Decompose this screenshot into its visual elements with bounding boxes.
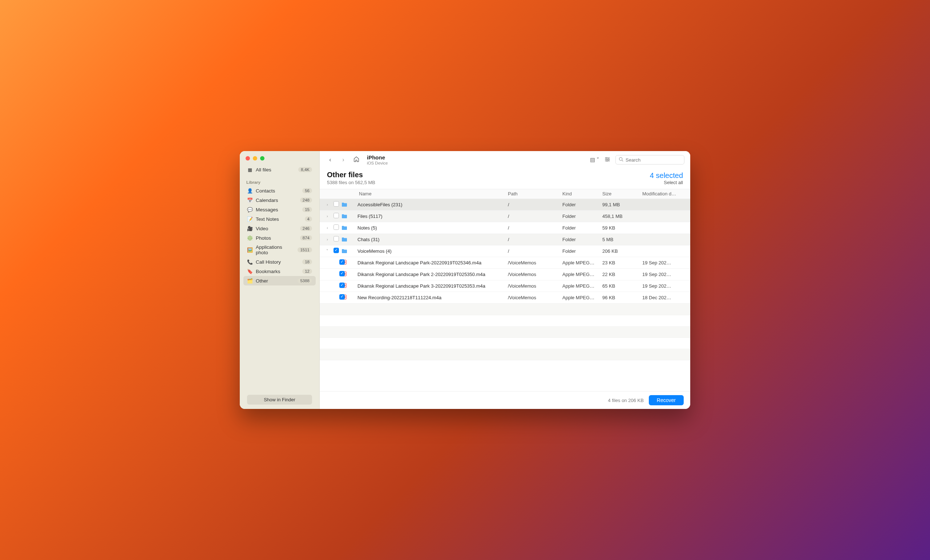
select-all-button[interactable]: Select all — [650, 180, 683, 185]
disclosure-toggle[interactable]: › — [321, 214, 334, 218]
sidebar-item-count: 5388 — [297, 278, 312, 283]
sidebar-item-calendars[interactable]: 📅Calendars248 — [243, 195, 316, 205]
sidebar-item-allfiles[interactable]: ▦ All files 8,4K — [243, 165, 316, 174]
zoom-icon[interactable] — [260, 156, 265, 160]
sidebar-item-count: 12 — [302, 269, 312, 274]
folder-row[interactable]: ›AccessibleFiles (231)/Folder99,1 MB — [320, 199, 690, 211]
row-kind: Folder — [562, 202, 602, 208]
folder-row[interactable]: ›Files (5117)/Folder458,1 MB — [320, 211, 690, 222]
category-icon: 💬 — [247, 207, 253, 212]
page-title: Other files — [327, 171, 375, 179]
selection-count: 4 selected — [650, 171, 683, 180]
show-in-finder-button[interactable]: Show in Finder — [247, 395, 312, 405]
sidebar-item-text-notes[interactable]: 📝Text Notes4 — [243, 214, 316, 224]
row-size: 99,1 MB — [602, 202, 642, 208]
svg-line-4 — [622, 160, 623, 161]
sidebar-item-contacts[interactable]: 👤Contacts56 — [243, 186, 316, 195]
row-name: Chats (31) — [357, 237, 508, 242]
sidebar-item-count: 56 — [302, 188, 312, 193]
sidebar-item-label: Contacts — [256, 188, 275, 194]
col-size[interactable]: Size — [602, 191, 642, 197]
disclosure-toggle[interactable]: › — [321, 202, 334, 207]
row-checkbox[interactable] — [334, 236, 342, 243]
forward-button[interactable]: › — [339, 155, 348, 165]
row-kind: Folder — [562, 225, 602, 231]
col-path[interactable]: Path — [508, 191, 562, 197]
home-icon — [353, 156, 360, 162]
sidebar-item-label: Text Notes — [256, 217, 279, 222]
row-size: 206 KB — [602, 248, 642, 254]
folder-icon — [342, 225, 347, 231]
row-checkbox[interactable] — [334, 201, 342, 208]
disclosure-toggle[interactable]: › — [321, 237, 334, 242]
file-row[interactable]: New Recording-20221218T111224.m4a/VoiceM… — [320, 292, 690, 304]
col-kind[interactable]: Kind — [562, 191, 602, 197]
row-checkbox[interactable] — [334, 213, 342, 219]
file-row[interactable]: Dikansk Regional Landscape Park 3-202209… — [320, 280, 690, 292]
file-row[interactable]: Dikansk Regional Landscape Park 2-202209… — [320, 269, 690, 280]
sidebar-item-bookmarks[interactable]: 🔖Bookmarks12 — [243, 266, 316, 276]
sidebar-item-label: Other — [256, 278, 268, 284]
row-name: Files (5117) — [357, 214, 508, 219]
row-kind: Apple MPEG… — [562, 283, 602, 289]
sidebar-item-applications-photo[interactable]: 🖼️Applications photo1511 — [243, 243, 316, 257]
row-kind: Folder — [562, 248, 602, 254]
home-button[interactable] — [352, 155, 361, 165]
folder-row[interactable]: ˅VoiceMemos (4)/Folder206 KB — [320, 246, 690, 257]
row-path: /VoiceMemos — [508, 295, 562, 300]
sidebar-item-call-history[interactable]: 📞Call History18 — [243, 257, 316, 266]
device-subtitle: iOS Device — [367, 161, 388, 165]
disclosure-toggle[interactable]: › — [321, 226, 334, 230]
category-icon: ❇️ — [247, 235, 253, 241]
sidebar-item-video[interactable]: 🎥Video246 — [243, 224, 316, 233]
filter-button[interactable] — [605, 157, 610, 163]
grid-icon: ▦ — [247, 167, 253, 172]
close-icon[interactable] — [246, 156, 250, 160]
sidebar-item-label: Video — [256, 226, 268, 231]
folder-icon — [342, 202, 347, 208]
row-size: 96 KB — [602, 295, 642, 300]
col-date[interactable]: Modification d… — [642, 191, 686, 197]
row-name: VoiceMemos (4) — [357, 248, 508, 254]
sidebar-item-messages[interactable]: 💬Messages15 — [243, 205, 316, 214]
category-icon: 🎥 — [247, 226, 253, 231]
recover-button[interactable]: Recover — [649, 395, 684, 405]
content-heading: Other files 5388 files on 562,5 MB 4 sel… — [320, 168, 690, 189]
sidebar-item-count: 4 — [305, 217, 312, 222]
col-name[interactable]: Name — [357, 191, 508, 197]
row-kind: Apple MPEG… — [562, 272, 602, 277]
row-size: 23 KB — [602, 260, 642, 266]
sidebar-item-other[interactable]: 🗂️Other5388 — [243, 276, 316, 285]
page-subtitle: 5388 files on 562,5 MB — [327, 180, 375, 185]
view-mode-button[interactable]: ▤ ˅ — [590, 157, 599, 163]
sidebar-item-photos[interactable]: ❇️Photos874 — [243, 233, 316, 243]
row-checkbox[interactable] — [334, 248, 342, 254]
svg-point-2 — [606, 160, 607, 161]
file-row[interactable]: Dikansk Regional Landscape Park-20220919… — [320, 257, 690, 269]
footer-status: 4 files on 206 KB — [608, 398, 644, 403]
back-button[interactable]: ‹ — [325, 155, 335, 165]
folder-row[interactable]: ›Chats (31)/Folder5 MB — [320, 234, 690, 246]
search-field[interactable] — [615, 155, 684, 165]
svg-point-0 — [605, 157, 607, 158]
row-path: / — [508, 248, 562, 254]
search-input[interactable] — [625, 157, 681, 163]
row-path: /VoiceMemos — [508, 272, 562, 277]
folder-icon — [342, 237, 347, 242]
main-panel: ‹ › iPhone iOS Device ▤ ˅ — [320, 151, 690, 409]
disclosure-toggle[interactable]: ˅ — [321, 249, 334, 254]
row-kind: Apple MPEG… — [562, 295, 602, 300]
row-path: /VoiceMemos — [508, 283, 562, 289]
file-table: Name Path Kind Size Modification d… ›Acc… — [320, 189, 690, 391]
folder-row[interactable]: ›Notes (5)/Folder59 KB — [320, 222, 690, 234]
row-path: / — [508, 214, 562, 219]
minimize-icon[interactable] — [253, 156, 257, 160]
breadcrumb: iPhone iOS Device — [367, 155, 388, 165]
sidebar-item-count: 15 — [302, 207, 312, 212]
row-date: 19 Sep 202… — [642, 283, 686, 289]
category-icon: 👤 — [247, 188, 253, 194]
row-checkbox[interactable] — [334, 225, 342, 231]
category-icon: 📞 — [247, 259, 253, 265]
row-size: 65 KB — [602, 283, 642, 289]
row-kind: Folder — [562, 214, 602, 219]
